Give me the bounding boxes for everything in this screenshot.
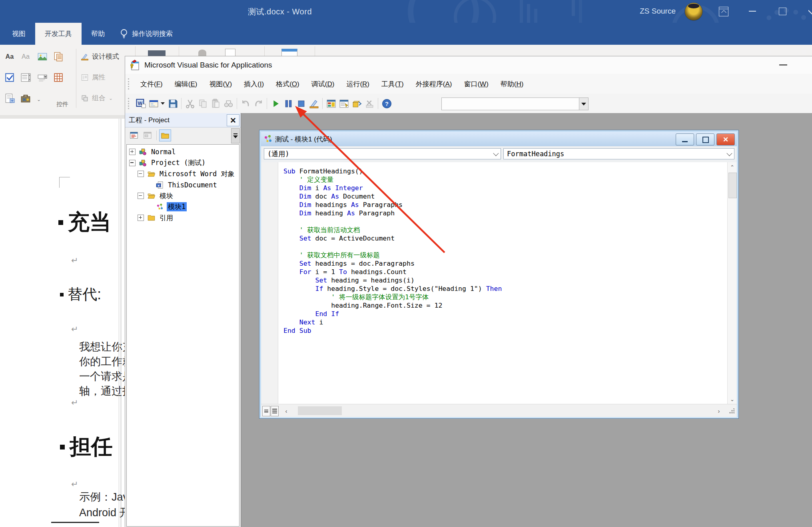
toolbar-drag-handle[interactable] [128, 98, 131, 109]
vba-menu-item-7[interactable]: 工具(T) [375, 77, 410, 91]
scrollbar-thumb[interactable] [298, 406, 342, 415]
object-combobox[interactable]: (通用) [264, 148, 501, 159]
module-icon [263, 134, 273, 144]
code-window-titlebar[interactable]: 测试 - 模块1 (代码) ✕ [261, 132, 737, 147]
resize-grip[interactable] [729, 408, 734, 414]
undo-icon[interactable] [239, 97, 252, 110]
tree-item-ThisDocument[interactable]: WThisDocument [146, 180, 218, 190]
document-page[interactable]: 充当 ↵ 替代: ↵ 我想让你充你的工作就一个请求是轴，通过指 ↵ 担任 ↵ 示… [0, 115, 125, 527]
combobox-control-icon[interactable] [36, 71, 49, 84]
expand-icon[interactable] [138, 215, 144, 221]
chevron-down-icon [726, 151, 732, 156]
maximize-icon[interactable] [779, 8, 786, 15]
ribbon-button-设计模式[interactable]: 设计模式 [81, 52, 119, 61]
listbox-control-icon[interactable] [19, 71, 32, 84]
break-icon[interactable] [282, 97, 295, 110]
scroll-up-icon[interactable]: ⌃ [728, 162, 737, 172]
toolbar-drag-handle[interactable] [128, 78, 131, 89]
ribbon-display-options-icon[interactable] [719, 7, 728, 16]
table-control-icon[interactable] [52, 71, 65, 84]
full-module-view-icon[interactable] [271, 406, 279, 416]
checkbox-control-icon[interactable] [3, 71, 16, 84]
help-icon[interactable]: ? [380, 97, 393, 110]
legacy-copy-icon[interactable] [52, 50, 65, 63]
cut-icon[interactable] [184, 97, 196, 110]
vba-mdi-area: 工程 - Project ✕ NormalProject (测试)Microso… [125, 113, 812, 527]
vba-minimize-icon[interactable] [779, 64, 787, 66]
save-icon[interactable] [166, 97, 179, 110]
ribbon-button-属性[interactable]: 属性 [81, 73, 106, 82]
code-area[interactable]: Sub FormatHeadings() ' 定义变量 Dim i As Int… [261, 162, 737, 404]
image-control-icon[interactable] [36, 50, 49, 63]
tree-item-模块1[interactable]: 模块1 [146, 202, 187, 212]
design-mode-icon[interactable] [307, 97, 320, 110]
tell-me-search[interactable]: 操作说明搜索 [120, 23, 173, 45]
view-code-icon[interactable] [128, 130, 140, 141]
code-close-icon[interactable]: ✕ [716, 133, 735, 145]
vba-menu-item-3[interactable]: 插入(I) [238, 77, 270, 91]
avatar[interactable] [684, 2, 703, 21]
code-line: ' 将一级标题字体设置为1号字体 [283, 293, 725, 301]
vba-menu-item-0[interactable]: 文件(F) [134, 77, 169, 91]
project-panel-titlebar[interactable]: 工程 - Project ✕ [125, 113, 241, 127]
procedure-view-icon[interactable] [262, 406, 270, 416]
toggle-folders-icon[interactable] [159, 129, 171, 141]
project-explorer-icon[interactable] [325, 97, 337, 110]
code-minimize-icon[interactable] [676, 133, 694, 145]
reset-icon[interactable] [295, 97, 307, 110]
vba-menu-item-2[interactable]: 视图(V) [203, 77, 238, 91]
paste-icon[interactable] [209, 97, 222, 110]
procedure-combobox[interactable]: FormatHeadings [503, 148, 734, 159]
collapse-icon[interactable] [138, 171, 144, 177]
view-object-icon[interactable] [142, 130, 153, 141]
toolbar-combobox[interactable] [441, 97, 580, 110]
horizontal-scrollbar[interactable]: ‹ › [261, 404, 737, 417]
tab-开发工具[interactable]: 开发工具 [35, 23, 82, 45]
aa-dark-icon[interactable]: Aa [3, 50, 16, 63]
redo-icon[interactable] [252, 97, 265, 110]
minimize-icon[interactable] [749, 11, 756, 12]
scroll-down-icon[interactable]: ⌄ [728, 394, 737, 404]
collapse-icon[interactable] [129, 160, 136, 166]
tree-item-Microsoft Word 对象[interactable]: Microsoft Word 对象 [138, 169, 236, 179]
code-restore-icon[interactable] [696, 133, 714, 145]
scrollbar-thumb[interactable] [728, 173, 737, 198]
project-panel-close-icon[interactable]: ✕ [227, 114, 239, 126]
vba-menu-item-8[interactable]: 外接程序(A) [410, 77, 458, 91]
vba-menu-item-9[interactable]: 窗口(W) [458, 77, 494, 91]
vba-menu-item-6[interactable]: 运行(R) [340, 77, 375, 91]
vba-titlebar[interactable]: Microsoft Visual Basic for Applications [125, 56, 812, 74]
vba-menu-item-10[interactable]: 帮助(H) [495, 77, 530, 91]
object-browser-icon[interactable] [350, 97, 363, 110]
scroll-left-icon[interactable]: ‹ [282, 407, 291, 415]
expand-icon[interactable] [129, 149, 136, 155]
tab-视图[interactable]: 视图 [2, 23, 35, 45]
find-icon[interactable] [222, 97, 235, 110]
run-icon[interactable] [269, 97, 282, 110]
scroll-down-icon[interactable] [231, 128, 240, 143]
toolbar-combobox-dropdown-icon[interactable] [579, 97, 589, 110]
tree-item-Normal[interactable]: Normal [129, 147, 177, 157]
account-name[interactable]: ZS Source [628, 7, 676, 16]
scroll-right-icon[interactable]: › [714, 407, 723, 415]
paragraph-mark: ↵ [71, 256, 78, 265]
vba-menu-item-1[interactable]: 编辑(E) [169, 77, 203, 91]
aa-light-icon[interactable]: Aa [19, 50, 32, 63]
page-edge [121, 119, 121, 527]
toolbox-icon[interactable] [363, 97, 376, 110]
properties-window-icon[interactable] [337, 97, 350, 110]
tree-item-模块[interactable]: 模块 [138, 191, 174, 201]
view-word-icon[interactable]: W [134, 97, 147, 110]
close-icon[interactable] [808, 6, 812, 15]
insert-userform-icon[interactable] [147, 97, 160, 110]
copy-icon[interactable] [196, 97, 209, 110]
vba-menu-item-5[interactable]: 调试(D) [305, 77, 341, 91]
code-text[interactable]: Sub FormatHeadings() ' 定义变量 Dim i As Int… [283, 167, 725, 404]
tab-帮助[interactable]: 帮助 [82, 23, 114, 45]
vba-menu-item-4[interactable]: 格式(O) [270, 77, 305, 91]
collapse-icon[interactable] [138, 193, 144, 199]
tree-item-引用[interactable]: 引用 [138, 213, 174, 223]
dropdown-arrow-icon[interactable] [161, 102, 165, 105]
tree-item-Project (测试)[interactable]: Project (测试) [129, 158, 207, 168]
vertical-scrollbar[interactable]: ⌃ ⌄ [727, 162, 737, 404]
